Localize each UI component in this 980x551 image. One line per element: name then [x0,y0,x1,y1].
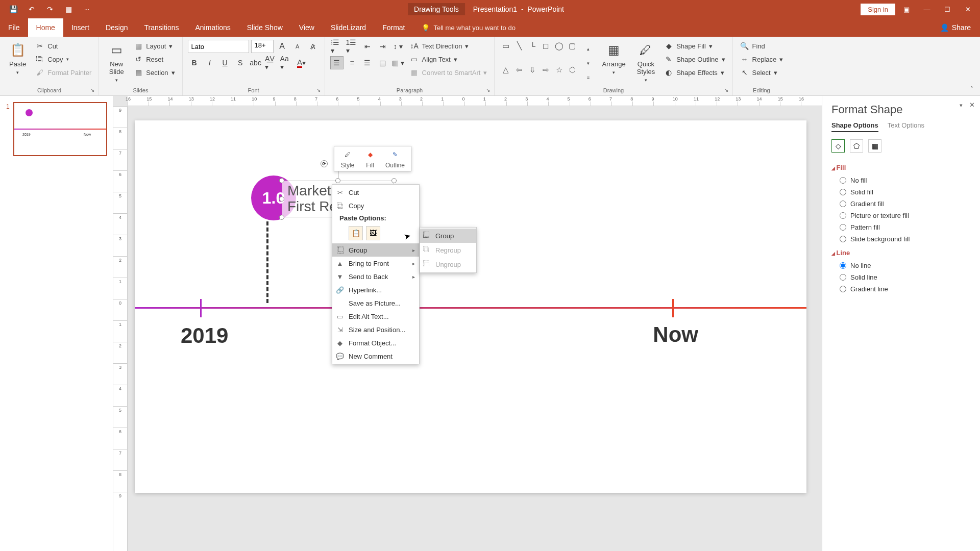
columns-button[interactable]: ▥ ▾ [391,56,405,69]
increase-indent-button[interactable]: ⇥ [376,40,389,53]
paste-option-picture[interactable]: 🖼 [366,226,380,240]
format-painter-button[interactable]: 🖌Format Painter [33,66,93,79]
opt-solid-fill[interactable]: Solid fill [831,186,971,198]
resize-handle-n[interactable] [335,178,340,183]
opt-no-fill[interactable]: No fill [831,174,971,186]
tab-home[interactable]: Home [28,18,63,37]
shape-hex-icon[interactable]: ⬡ [566,64,578,76]
vertical-ruler[interactable]: 9876543210123456789 [113,106,128,551]
text-direction-button[interactable]: ↕AText Direction ▾ [408,40,489,52]
shape-arrow-right-icon[interactable]: ⇨ [540,64,552,76]
tab-transitions[interactable]: Transitions [136,18,187,37]
ctx-alt-text[interactable]: ▭Edit Alt Text... [332,310,419,323]
timeline-tick-2019[interactable] [200,299,202,317]
ribbon-display-options-icon[interactable]: ▣ [897,2,916,17]
resize-handle-w[interactable] [279,196,284,202]
opt-gradient-fill[interactable]: Gradient fill [831,198,971,210]
tab-design[interactable]: Design [97,18,136,37]
font-color-button[interactable]: A ▾ [295,56,308,69]
share-button[interactable]: 👤 Share [931,18,980,37]
find-button[interactable]: 🔍Find [738,40,786,52]
bullets-button[interactable]: ⁝☰ ▾ [330,40,344,53]
maximize-icon[interactable]: ☐ [938,2,957,17]
start-slideshow-icon[interactable]: ▦ [61,2,76,16]
line-spacing-button[interactable]: ↕ ▾ [391,40,405,53]
tell-me-search[interactable]: 💡 Tell me what you want to do [413,18,524,37]
shape-circle-icon[interactable]: ◯ [553,40,565,52]
label-year-2019[interactable]: 2019 [181,323,228,348]
underline-button[interactable]: U [218,56,232,69]
timeline-tick-now[interactable] [672,299,674,317]
paste-option-theme[interactable]: 📋 [349,226,363,240]
tab-slideshow[interactable]: Slide Show [239,18,291,37]
bold-button[interactable]: B [188,56,201,69]
numbering-button[interactable]: 1☰ ▾ [346,40,359,53]
ctx-copy[interactable]: ⿻Copy [332,199,419,212]
opt-solid-line[interactable]: Solid line [831,271,971,283]
convert-smartart-button[interactable]: ▦Convert to SmartArt ▾ [408,66,489,79]
resize-handle-ne[interactable] [391,178,397,183]
shapes-gallery[interactable]: ▭ ╲ └ ◻ ◯ ▢ △ ⇦ ⇩ ⇨ ☆ ⬡ [500,40,578,86]
ctx-format-object[interactable]: ◆Format Object... [332,336,419,349]
section-button[interactable]: ▤Section ▾ [132,66,177,79]
replace-button[interactable]: ↔Replace ▾ [738,53,786,65]
align-text-button[interactable]: ▭Align Text ▾ [408,53,489,65]
new-slide-button[interactable]: ▭ New Slide ▾ [104,40,129,86]
sub-group[interactable]: ⿺Group [420,229,476,243]
shapes-more-button[interactable]: ≡ [581,71,595,84]
timeline-axis[interactable] [135,307,806,309]
select-button[interactable]: ↖Select ▾ [738,66,786,79]
ctx-cut[interactable]: ✂Cut [332,186,419,199]
horizontal-ruler[interactable]: // visual only, filled later 16151413121… [128,96,822,106]
shape-arrow-down-icon[interactable]: ⇩ [526,64,538,76]
shape-roundrect-icon[interactable]: ▢ [566,40,578,52]
slide-thumbnail-1[interactable]: 1 2019 Now [13,102,107,156]
dialog-launcher-icon[interactable]: ↘ [724,87,731,94]
clear-formatting-button[interactable]: A̷ [306,40,320,53]
copy-button[interactable]: ⿻Copy ▾ [33,53,93,65]
shape-lline-icon[interactable]: └ [526,40,538,52]
tab-insert[interactable]: Insert [63,18,97,37]
save-icon[interactable]: 💾 [6,2,20,16]
opt-gradient-line[interactable]: Gradient line [831,283,971,295]
opt-background-fill[interactable]: Slide background fill [831,233,971,245]
reset-button[interactable]: ↺Reset [132,53,177,65]
grow-font-button[interactable]: A [276,40,289,53]
shape-line-icon[interactable]: ╲ [513,40,525,52]
slide-canvas[interactable]: 1.0 ⟳ Market La First Relea ⟳ 2019 Now [135,120,806,493]
shapes-scroll-down[interactable]: ▾ [581,57,595,70]
redo-icon[interactable]: ↷ [43,2,57,16]
char-spacing-button[interactable]: A͟V ▾ [264,56,278,69]
pane-tab-shape[interactable]: Shape Options [831,121,878,132]
shape-fill-button[interactable]: ◆Shape Fill ▾ [662,40,727,52]
shadow-button[interactable]: S [234,56,247,69]
change-case-button[interactable]: Aa ▾ [280,56,293,69]
arrange-button[interactable]: ▦ Arrange ▾ [598,40,629,86]
dialog-launcher-icon[interactable]: ↘ [486,87,493,94]
section-fill[interactable]: Fill [831,164,971,171]
opt-no-line[interactable]: No line [831,260,971,271]
minimize-icon[interactable]: — [918,2,936,17]
shape-star-icon[interactable]: ☆ [553,64,565,76]
shape-arrow-left-icon[interactable]: ⇦ [513,64,525,76]
shape-outline-button[interactable]: ✎Shape Outline ▾ [662,53,727,65]
opt-picture-fill[interactable]: Picture or texture fill [831,210,971,221]
ctx-new-comment[interactable]: 💬New Comment [332,349,419,363]
shape-rect-icon[interactable]: ▭ [500,40,512,52]
ctx-send-back[interactable]: ▼Send to Back [332,270,419,283]
tab-format[interactable]: Format [374,18,413,37]
cut-button[interactable]: ✂Cut [33,40,93,52]
shapes-scroll-up[interactable]: ▴ [581,42,595,56]
justify-button[interactable]: ▤ [376,56,389,69]
italic-button[interactable]: I [203,56,216,69]
align-right-button[interactable]: ☰ [361,56,374,69]
mini-outline-button[interactable]: ✎Outline [381,148,409,169]
connector-dashed[interactable] [266,221,268,303]
pane-close-icon[interactable]: ✕ [969,101,975,109]
shrink-font-button[interactable]: A [291,40,304,53]
pane-dropdown-icon[interactable]: ▾ [960,102,963,109]
font-size-select[interactable]: 18+ [251,40,274,53]
pane-effects-icon[interactable]: ⬠ [850,139,863,153]
paste-button[interactable]: 📋 Paste ▾ [5,40,30,86]
align-center-button[interactable]: ≡ [346,56,359,69]
